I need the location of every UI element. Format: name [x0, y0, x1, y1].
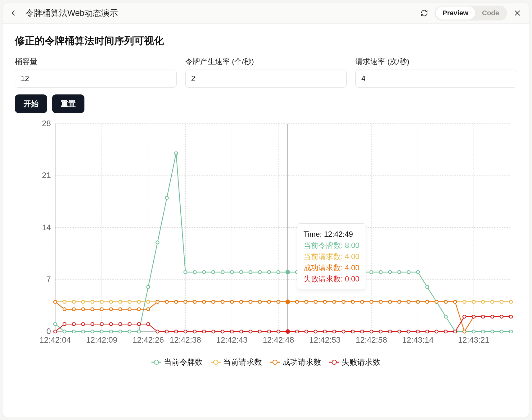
- legend-fail[interactable]: 失败请求数: [329, 357, 381, 367]
- svg-point-176: [426, 300, 429, 304]
- svg-point-222: [389, 330, 392, 333]
- svg-point-87: [63, 300, 66, 304]
- svg-point-170: [370, 300, 373, 304]
- svg-point-56: [240, 271, 243, 274]
- legend-label: 失败请求数: [342, 357, 381, 367]
- legend-success[interactable]: 成功请求数: [270, 357, 321, 367]
- svg-text:0: 0: [46, 326, 51, 336]
- legend-requests[interactable]: 当前请求数: [211, 357, 262, 367]
- tooltip-requests-value: 4.00: [345, 252, 359, 261]
- svg-text:14: 14: [42, 223, 51, 232]
- svg-point-217: [342, 330, 345, 333]
- svg-point-210: [277, 330, 280, 333]
- view-toggle: Preview Code: [435, 6, 507, 21]
- svg-point-195: [138, 322, 141, 326]
- svg-point-227: [435, 330, 438, 333]
- svg-point-152: [202, 300, 205, 304]
- svg-point-187: [63, 322, 66, 326]
- legend-label: 当前请求数: [223, 357, 262, 367]
- svg-point-61: [286, 270, 290, 274]
- svg-point-199: [174, 330, 178, 333]
- svg-point-48: [165, 196, 168, 199]
- svg-point-156: [240, 300, 243, 304]
- svg-point-134: [500, 300, 503, 304]
- svg-point-235: [509, 315, 512, 318]
- svg-point-220: [370, 330, 373, 333]
- svg-point-136: [54, 300, 57, 304]
- svg-point-215: [323, 330, 327, 333]
- svg-point-207: [249, 330, 252, 333]
- tab-preview[interactable]: Preview: [436, 7, 475, 20]
- svg-point-234: [500, 315, 503, 318]
- svg-point-91: [100, 300, 103, 304]
- svg-point-44: [128, 330, 131, 333]
- svg-point-164: [314, 300, 317, 304]
- svg-point-57: [249, 271, 252, 274]
- refresh-icon[interactable]: [419, 8, 430, 18]
- close-icon[interactable]: [512, 8, 523, 18]
- svg-point-90: [91, 300, 94, 304]
- svg-point-160: [277, 300, 280, 304]
- svg-point-224: [407, 330, 410, 333]
- svg-point-167: [342, 300, 345, 304]
- svg-point-130: [463, 300, 466, 304]
- svg-point-180: [463, 330, 466, 333]
- rate-input[interactable]: [185, 70, 347, 88]
- svg-point-142: [110, 308, 113, 311]
- svg-point-158: [258, 300, 261, 304]
- back-icon[interactable]: [9, 8, 20, 18]
- svg-point-177: [435, 300, 438, 304]
- svg-point-151: [193, 300, 196, 304]
- svg-point-226: [426, 330, 429, 333]
- svg-text:12:43:21: 12:43:21: [458, 335, 489, 345]
- svg-point-51: [193, 271, 196, 274]
- svg-text:12:42:09: 12:42:09: [86, 335, 117, 345]
- svg-point-204: [221, 330, 224, 333]
- svg-point-230: [463, 315, 466, 318]
- svg-point-135: [509, 300, 512, 304]
- svg-point-173: [398, 300, 401, 304]
- reset-button[interactable]: 重置: [52, 94, 84, 113]
- tooltip-time-value: 12:42:49: [324, 230, 353, 238]
- svg-point-40: [91, 330, 94, 333]
- start-button[interactable]: 开始: [15, 94, 47, 113]
- svg-point-88: [72, 300, 75, 304]
- svg-point-188: [72, 322, 75, 326]
- svg-point-228: [444, 330, 447, 333]
- svg-point-58: [258, 271, 261, 274]
- svg-text:12:42:04: 12:42:04: [39, 335, 71, 345]
- legend-swatch-icon: [151, 360, 161, 364]
- svg-point-50: [184, 271, 187, 274]
- svg-point-82: [481, 330, 485, 333]
- svg-point-54: [221, 271, 224, 274]
- svg-point-163: [305, 300, 308, 304]
- svg-point-205: [230, 330, 233, 333]
- capacity-input[interactable]: [15, 70, 177, 88]
- svg-text:12:42:53: 12:42:53: [309, 335, 340, 345]
- svg-point-96: [147, 300, 150, 304]
- svg-point-55: [230, 271, 233, 274]
- req-rate-input[interactable]: [355, 70, 517, 88]
- tooltip-time-label: Time: [304, 230, 320, 238]
- svg-point-194: [128, 322, 131, 326]
- legend-tokens[interactable]: 当前令牌数: [151, 357, 203, 367]
- svg-point-203: [212, 330, 215, 333]
- svg-text:12:42:38: 12:42:38: [170, 335, 201, 345]
- svg-point-60: [277, 271, 280, 274]
- svg-point-73: [398, 271, 401, 274]
- tab-code[interactable]: Code: [475, 7, 506, 20]
- svg-point-211: [286, 330, 290, 333]
- svg-point-153: [212, 300, 215, 304]
- svg-point-171: [379, 300, 382, 304]
- svg-point-71: [379, 271, 382, 274]
- tooltip-requests-label: 当前请求数: [304, 252, 341, 261]
- svg-point-223: [398, 330, 401, 333]
- legend-swatch-icon: [329, 360, 339, 364]
- svg-point-229: [453, 330, 457, 333]
- svg-point-131: [472, 300, 475, 304]
- svg-point-43: [119, 330, 122, 333]
- svg-point-218: [351, 330, 354, 333]
- svg-point-39: [82, 330, 85, 333]
- svg-text:12:42:26: 12:42:26: [133, 335, 164, 345]
- svg-text:12:42:43: 12:42:43: [216, 335, 248, 345]
